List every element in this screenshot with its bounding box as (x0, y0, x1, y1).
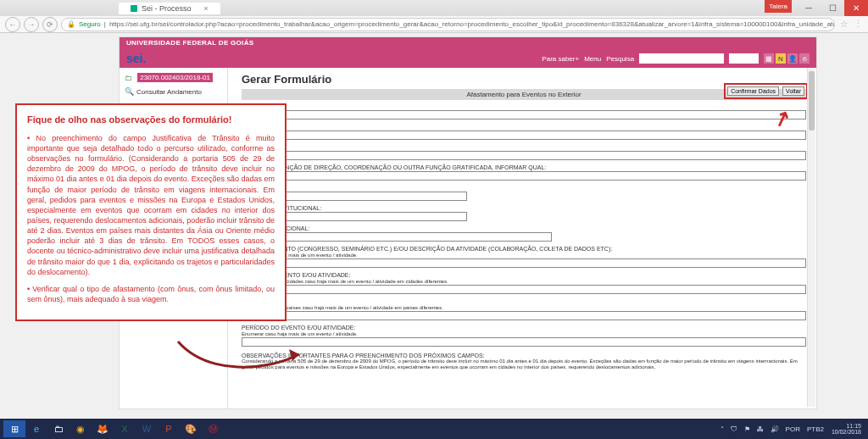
label-periodo: PERÍODO DO EVENTO E/OU ATIVIDADE: (242, 325, 806, 331)
app-top-bar: sei. Para saber+ Menu Pesquisa PRPG ▾ ▦ … (120, 49, 816, 68)
label-unidade: UNIDADE: (242, 124, 806, 130)
windows-taskbar: ⊞ e 🗀 ◉ 🦊 X W P 🎨 Ⓜ ˄ 🛡 ⚑ 🖧 🔊 POR PTB2 1… (0, 419, 868, 439)
obs-heading: OBSERVAÇÕES IMPORTANTES PARA O PREENCHIM… (242, 353, 806, 358)
action-buttons-highlight: Confirmar Dados Voltar (724, 83, 808, 99)
input-cidade[interactable] (242, 285, 806, 294)
taskbar-word-icon[interactable]: W (136, 420, 158, 437)
taskbar-explorer-icon[interactable]: 🗀 (47, 420, 70, 437)
browser-tab-bar: Sei - Processo × (0, 0, 868, 16)
form-pane: Gerar Formulário Confirmar Dados Voltar … (228, 68, 816, 408)
callout-p1: No preenchimento do campo Justificativa … (27, 133, 275, 277)
inner-vertical-scrollbar[interactable] (807, 68, 815, 407)
address-bar: ← → ⟳ 🔒 Seguro | https://sei.ufg.br/sei/… (0, 16, 868, 33)
page-title: Gerar Formulário (242, 73, 806, 86)
input-unidade[interactable] (242, 131, 806, 140)
unit-select[interactable]: PRPG ▾ (729, 53, 759, 64)
input-periodo[interactable] (242, 337, 806, 347)
browser-tab[interactable]: Sei - Processo × (119, 3, 220, 14)
input-pais[interactable] (242, 311, 806, 320)
label-telefone: TELEFONE INSTITUCIONAL: (242, 205, 806, 211)
taskbar-firefox-icon[interactable]: 🦊 (92, 420, 114, 437)
callout-p2: Verificar qual o tipo de afastamento (co… (27, 284, 275, 304)
label-pais: PAÍS: (242, 298, 806, 304)
toolbar-icon-3[interactable]: 👤 (787, 53, 798, 64)
toolbar-icons: ▦ N 👤 ⎋ (764, 53, 810, 64)
url-field[interactable]: 🔒 Seguro | https://sei.ufg.br/sei/contro… (61, 18, 835, 31)
minimize-button[interactable]: ─ (797, 0, 821, 16)
scroll-thumb[interactable] (809, 71, 815, 131)
tray-clock[interactable]: 11:15 10/02/2018 (828, 423, 865, 435)
sub-pais: Enumerar todos os países caso haja mais … (242, 305, 806, 310)
taskbar-ie-icon[interactable]: e (25, 420, 47, 437)
magnifier-icon: 🔍 (125, 87, 134, 96)
tray-lang[interactable]: POR (783, 425, 803, 433)
input-email[interactable] (242, 232, 552, 242)
confirm-data-button[interactable]: Confirmar Dados (727, 86, 779, 96)
link-menu[interactable]: Menu (584, 55, 601, 63)
search-input[interactable] (639, 53, 724, 64)
taskbar-powerpoint-icon[interactable]: P (158, 420, 180, 437)
back-button[interactable]: ← (5, 17, 20, 32)
tab-title: Sei - Processo (142, 4, 192, 13)
label-servidor: SERVIDOR: (242, 103, 806, 109)
menu-icon[interactable]: ⋮ (854, 19, 863, 30)
forward-button[interactable]: → (24, 17, 39, 32)
toolbar-icon-1[interactable]: ▦ (764, 53, 774, 64)
sub-nome-evento: Enumerar caso haja mais de um evento / a… (242, 253, 806, 258)
folder-icon: 🗀 (125, 74, 133, 82)
taskbar-paint-icon[interactable]: 🎨 (180, 420, 202, 437)
link-pesquisa[interactable]: Pesquisa (606, 55, 634, 63)
tray-date: 10/02/2018 (832, 429, 861, 435)
input-funcao[interactable] (242, 171, 806, 181)
instruction-callout: Fique de olho nas observações do formulá… (15, 103, 287, 321)
form-section-header: Afastamento para Eventos no Exterior (242, 89, 806, 100)
process-number[interactable]: 23070.002403/2018-01 (137, 73, 213, 82)
tray-shield-icon[interactable]: 🛡 (728, 425, 740, 433)
bookmark-icon[interactable]: ☆ (840, 19, 849, 30)
label-siape: SIAPE: (242, 185, 806, 191)
window-buttons: ─ ☐ ✕ (797, 0, 868, 16)
callout-heading: Fique de olho nas observações do formulá… (27, 114, 275, 126)
process-row[interactable]: 🗀 23070.002403/2018-01 (125, 73, 222, 82)
tray-up-icon[interactable]: ˄ (718, 425, 726, 433)
tray-kb[interactable]: PTB2 (804, 425, 826, 433)
sei-logo[interactable]: sei. (126, 52, 146, 65)
window-close-button[interactable]: ✕ (844, 0, 868, 16)
label-nome-evento: NOME DO EVENTO (CONGRESSO, SEMINÁRIO ETC… (242, 246, 806, 252)
consult-label: Consultar Andamento (136, 88, 202, 96)
link-para-saber[interactable]: Para saber+ (542, 55, 579, 63)
taskbar-mcafee-icon[interactable]: Ⓜ (202, 420, 224, 437)
url-text: https://sei.ufg.br/sei/controlador.php?a… (109, 20, 835, 28)
consult-progress-link[interactable]: 🔍 Consultar Andamento (125, 87, 222, 96)
favicon (131, 5, 137, 12)
input-cargo[interactable] (242, 151, 806, 160)
secure-label: Seguro (79, 20, 101, 28)
maximize-button[interactable]: ☐ (821, 0, 844, 16)
taskbar-chrome-icon[interactable]: ◉ (70, 420, 92, 437)
university-bar: UNIVERSIDADE FEDERAL DE GOIÁS (120, 37, 816, 49)
label-cargo: CARGO: (242, 144, 806, 150)
label-cidade: CIDADE DO EVENTO E/OU ATIVIDADE: (242, 272, 806, 278)
start-button[interactable]: ⊞ (3, 420, 25, 437)
back-button-form[interactable]: Voltar (782, 86, 804, 96)
input-nome-evento[interactable] (242, 258, 806, 268)
tray-flag-icon[interactable]: ⚑ (742, 425, 753, 433)
label-email: E-MAIL INSTITUCIONAL: (242, 225, 806, 231)
tray-vol-icon[interactable]: 🔊 (768, 425, 782, 433)
window-extension-label: Talera (765, 0, 792, 13)
reload-button[interactable]: ⟳ (42, 17, 58, 32)
taskbar-excel-icon[interactable]: X (114, 420, 136, 437)
sub-periodo: Enumerar caso haja mais de um evento / a… (242, 331, 806, 336)
toolbar-icon-2[interactable]: N (776, 53, 786, 64)
system-tray: ˄ 🛡 ⚑ 🖧 🔊 POR PTB2 11:15 10/02/2018 (718, 423, 865, 435)
obs-text: Considerando a portaria 505 de 29 de dez… (242, 358, 806, 370)
tray-time: 11:15 (832, 423, 861, 429)
sub-cidade: Enumerar todas as cidades caso haja mais… (242, 279, 806, 284)
tab-close-icon[interactable]: × (204, 4, 209, 13)
toolbar-icon-4[interactable]: ⎋ (799, 53, 810, 64)
label-funcao: SE EXERCE FUNÇÃO DE DIREÇÃO, COORDENAÇÃO… (242, 164, 806, 170)
input-servidor[interactable] (242, 110, 806, 119)
lock-icon: 🔒 (67, 20, 75, 28)
tray-net-icon[interactable]: 🖧 (754, 425, 766, 433)
